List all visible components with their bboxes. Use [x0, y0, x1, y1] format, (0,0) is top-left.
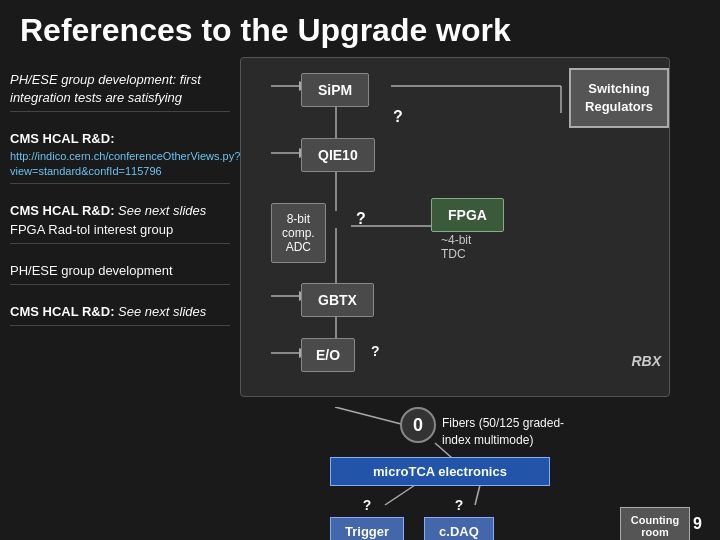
left-item-2: CMS HCAL R&D: http://indico.cern.ch/conf…	[10, 126, 230, 184]
left-column: PH/ESE group development: first integrat…	[10, 57, 230, 537]
diagram-area: SiPM ? Switching Regulators QIE10 8-bit …	[240, 57, 710, 537]
counting-room-box: Counting room	[620, 507, 690, 540]
left-item-5: CMS HCAL R&D: See next slides	[10, 299, 230, 326]
switching-regulators-box: Switching Regulators	[569, 68, 669, 128]
left-item-3: CMS HCAL R&D: See next slides FPGA Rad-t…	[10, 198, 230, 243]
fiber-text: Fibers (50/125 graded- index multimode)	[442, 415, 564, 449]
svg-line-17	[335, 407, 405, 425]
fiber-circle: 0	[400, 407, 436, 443]
eo-question: ?	[371, 343, 380, 359]
left-item-1: PH/ESE group development: first integrat…	[10, 67, 230, 112]
fpga-block: FPGA	[431, 198, 504, 232]
adc-block: 8-bit comp. ADC	[271, 203, 326, 263]
rbx-label: RBX	[631, 353, 661, 369]
diagram-box: SiPM ? Switching Regulators QIE10 8-bit …	[240, 57, 670, 397]
cdac-question: ?	[424, 497, 494, 513]
page-number: 9	[693, 515, 702, 533]
left-item-4: PH/ESE group development	[10, 258, 230, 285]
gbtx-block: GBTX	[301, 283, 374, 317]
trigger-label: Trigger	[330, 517, 404, 540]
trigger-question: ?	[330, 497, 404, 513]
trigger-area: ? Trigger ? c.DAQ	[330, 497, 494, 540]
trigger-block: ? Trigger	[330, 497, 404, 540]
microtca-box: microTCA electronics	[330, 457, 550, 486]
sipm-block: SiPM	[301, 73, 369, 107]
hcal-link[interactable]: http://indico.cern.ch/conferenceOtherVie…	[10, 149, 230, 180]
cdac-label: c.DAQ	[424, 517, 494, 540]
tdc-label: ~4-bit TDC	[441, 233, 471, 261]
eo-block: E/O	[301, 338, 355, 372]
qie10-block: QIE10	[301, 138, 375, 172]
page-title: References to the Upgrade work	[0, 0, 720, 57]
cdac-block: ? c.DAQ	[424, 497, 494, 540]
sipm-question: ?	[393, 108, 403, 126]
adc-question: ?	[356, 210, 366, 228]
